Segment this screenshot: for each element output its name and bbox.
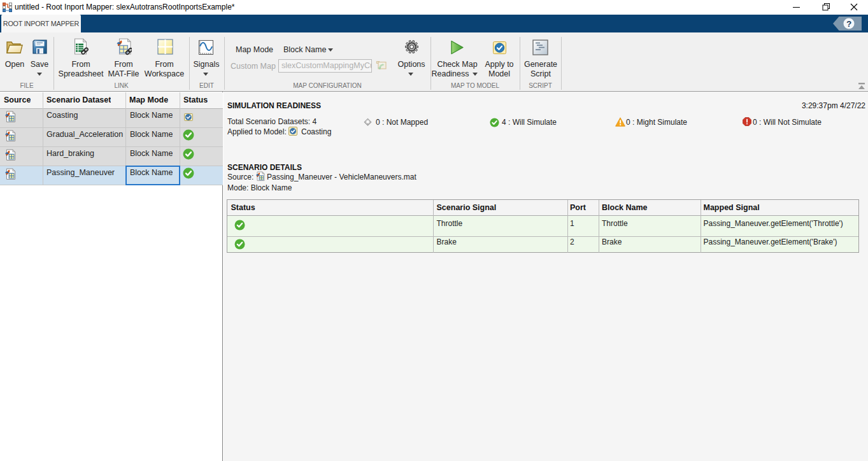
svg-text:?: ? (846, 19, 851, 29)
